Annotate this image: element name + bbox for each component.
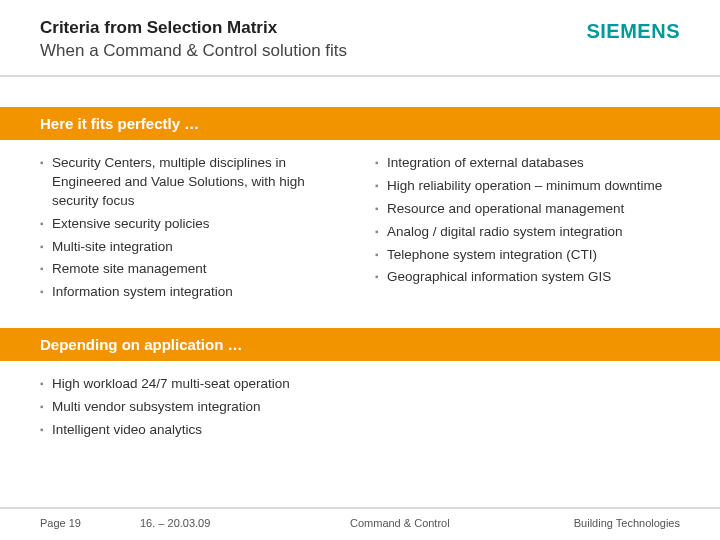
footer-page: Page 19 [40,517,140,529]
footer-right: Building Technologies [520,517,680,529]
list-item: Integration of external databases [375,154,680,173]
header-text: Criteria from Selection Matrix When a Co… [40,18,586,61]
fits-right-list: Integration of external databases High r… [375,154,680,287]
list-item: Security Centers, multiple disciplines i… [40,154,345,211]
footer: Page 19 16. – 20.03.09 Command & Control… [0,507,720,540]
fits-content: Security Centers, multiple disciplines i… [0,140,720,328]
siemens-logo: SIEMENS [586,20,680,43]
list-item: Analog / digital radio system integratio… [375,223,680,242]
list-item: Resource and operational management [375,200,680,219]
footer-date: 16. – 20.03.09 [140,517,290,530]
header: Criteria from Selection Matrix When a Co… [0,0,720,75]
fits-left-column: Security Centers, multiple disciplines i… [40,154,345,306]
list-item: Geographical information system GIS [375,268,680,287]
slide-title: Criteria from Selection Matrix [40,18,586,38]
fits-left-list: Security Centers, multiple disciplines i… [40,154,345,302]
list-item: High workload 24/7 multi-seat operation [40,375,680,394]
fits-right-column: Integration of external databases High r… [375,154,680,306]
slide-subtitle: When a Command & Control solution fits [40,41,586,61]
list-item: Intelligent video analytics [40,421,680,440]
list-item: Multi vendor subsystem integration [40,398,680,417]
list-item: Extensive security policies [40,215,345,234]
spacer [0,77,720,107]
slide: Criteria from Selection Matrix When a Co… [0,0,720,540]
list-item: Telephone system integration (CTI) [375,246,680,265]
list-item: High reliability operation – minimum dow… [375,177,680,196]
section-heading-fits: Here it fits perfectly … [0,107,720,140]
list-item: Multi-site integration [40,238,345,257]
list-item: Information system integration [40,283,345,302]
footer-center: Command & Control [290,517,520,529]
depending-list: High workload 24/7 multi-seat operation … [40,375,680,440]
section-heading-depending: Depending on application … [0,328,720,361]
depending-content: High workload 24/7 multi-seat operation … [0,361,720,466]
list-item: Remote site management [40,260,345,279]
